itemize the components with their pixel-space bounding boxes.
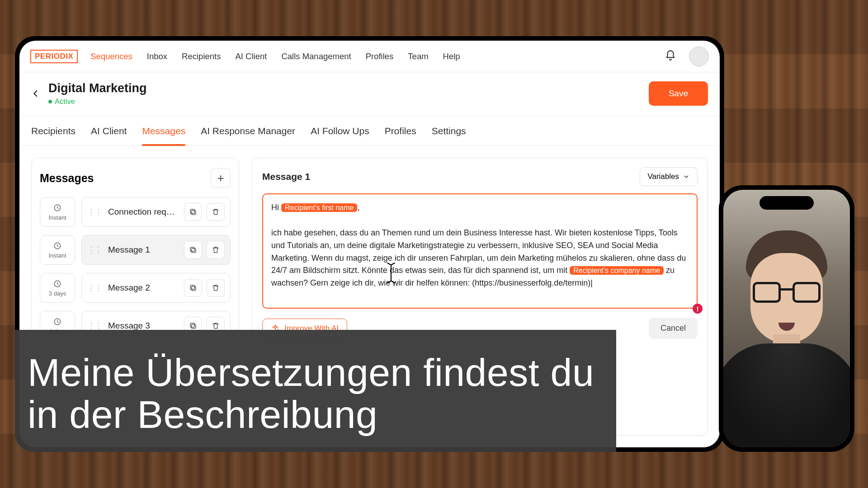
back-button[interactable] — [29, 87, 42, 100]
exclamation-icon: ! — [693, 304, 703, 314]
message-name: Message 3 — [108, 321, 179, 331]
timing-label: Instant — [48, 252, 66, 259]
phone-notch — [760, 196, 814, 210]
timing-chip[interactable]: 3 days — [40, 273, 75, 303]
trash-icon — [211, 245, 220, 254]
tab-ai-follow-ups[interactable]: AI Follow Ups — [311, 116, 369, 145]
desktop-wood-background: PERIODIX Sequences Inbox Recipients AI C… — [0, 0, 868, 488]
variable-chip-first-name[interactable]: Recipient's first name — [281, 203, 357, 212]
message-card[interactable]: ⋮⋮ Message 1 — [81, 235, 231, 265]
video-caption-overlay: Meine Übersetzungen findest du in der Be… — [15, 330, 616, 452]
duplicate-button[interactable] — [184, 203, 202, 221]
list-item: Instant ⋮⋮ Message 1 — [40, 235, 231, 265]
nav-ai-client[interactable]: AI Client — [235, 52, 267, 61]
tab-recipients[interactable]: Recipients — [31, 116, 75, 145]
timing-chip[interactable]: Instant — [40, 235, 75, 265]
brand-logo[interactable]: PERIODIX — [30, 50, 78, 63]
delete-button[interactable] — [207, 203, 225, 221]
message-body-editor[interactable]: Hi Recipient's first name, ich habe gese… — [262, 193, 698, 309]
nav-recipients[interactable]: Recipients — [182, 52, 221, 61]
status-badge: Active — [48, 97, 147, 106]
svg-rect-8 — [190, 285, 194, 289]
save-button[interactable]: Save — [649, 81, 708, 106]
nav-team[interactable]: Team — [408, 52, 428, 61]
tab-profiles[interactable]: Profiles — [385, 116, 416, 145]
tab-settings[interactable]: Settings — [432, 116, 466, 145]
copy-icon — [189, 321, 198, 330]
duplicate-button[interactable] — [184, 279, 202, 297]
drag-handle-icon[interactable]: ⋮⋮ — [85, 283, 104, 293]
nav-sequences[interactable]: Sequences — [90, 52, 132, 61]
drag-handle-icon[interactable]: ⋮⋮ — [85, 207, 104, 217]
sequence-subtabs: Recipients AI Client Messages AI Respons… — [19, 116, 720, 146]
phone-device-frame — [719, 185, 854, 452]
list-item: Instant ⋮⋮ Connection req… — [40, 197, 231, 227]
trash-icon — [211, 207, 220, 216]
messages-list: Instant ⋮⋮ Connection req… — [40, 197, 231, 341]
editor-after-greeting: , — [357, 203, 359, 212]
page-title: Digital Marketing — [48, 81, 147, 95]
message-name: Message 1 — [108, 245, 179, 255]
editor-title: Message 1 — [262, 171, 310, 182]
svg-rect-1 — [192, 211, 196, 215]
svg-rect-4 — [192, 249, 196, 253]
list-item: 3 days ⋮⋮ Message 2 — [40, 273, 231, 303]
message-card[interactable]: ⋮⋮ Connection req… — [81, 197, 231, 227]
drag-handle-icon[interactable]: ⋮⋮ — [85, 245, 104, 255]
presenter-video-placeholder — [723, 190, 850, 447]
timing-label: Instant — [48, 214, 66, 221]
messages-panel-title: Messages — [40, 172, 94, 185]
timing-label: 3 days — [49, 290, 66, 297]
drag-handle-icon[interactable]: ⋮⋮ — [85, 321, 104, 331]
duplicate-button[interactable] — [184, 241, 202, 259]
clock-icon — [53, 203, 62, 212]
copy-icon — [189, 283, 198, 292]
delete-button[interactable] — [207, 279, 225, 297]
clock-icon — [53, 317, 62, 326]
copy-icon — [189, 245, 198, 254]
cancel-button[interactable]: Cancel — [649, 318, 698, 339]
add-message-button[interactable]: + — [211, 168, 231, 188]
message-name: Connection req… — [108, 207, 179, 217]
page-title-block: Digital Marketing Active — [48, 81, 147, 106]
delete-button[interactable] — [207, 241, 225, 259]
svg-rect-5 — [190, 247, 194, 251]
variables-label: Variables — [647, 172, 679, 181]
nav-profiles[interactable]: Profiles — [366, 52, 394, 61]
nav-help[interactable]: Help — [443, 52, 460, 61]
copy-icon — [189, 207, 198, 216]
tab-ai-client[interactable]: AI Client — [91, 116, 127, 145]
svg-rect-11 — [190, 323, 194, 327]
svg-rect-7 — [192, 286, 196, 291]
validation-error-badge[interactable]: ! — [693, 304, 703, 314]
svg-rect-2 — [190, 209, 194, 213]
trash-icon — [211, 283, 220, 292]
user-avatar[interactable] — [689, 47, 709, 66]
editor-greeting: Hi — [271, 203, 281, 212]
trash-icon — [211, 321, 220, 330]
tab-messages[interactable]: Messages — [142, 116, 185, 145]
variables-dropdown[interactable]: Variables — [640, 167, 698, 186]
message-card[interactable]: ⋮⋮ Message 2 — [81, 273, 231, 303]
clock-icon — [53, 241, 62, 250]
variable-chip-company[interactable]: Recipient's company name — [570, 266, 664, 275]
nav-links: Sequences Inbox Recipients AI Client Cal… — [90, 52, 460, 61]
clock-icon — [53, 279, 62, 288]
tab-ai-response-manager[interactable]: AI Response Manager — [201, 116, 295, 145]
caption-text: Meine Übersetzungen findest du in der Be… — [28, 352, 598, 436]
timing-chip[interactable]: Instant — [40, 197, 75, 227]
chevron-down-icon — [683, 173, 690, 180]
message-name: Message 2 — [108, 283, 179, 293]
svg-rect-10 — [192, 324, 196, 328]
page-header: Digital Marketing Active Save — [19, 72, 720, 116]
top-nav: PERIODIX Sequences Inbox Recipients AI C… — [19, 41, 720, 72]
notifications-bell-icon[interactable] — [665, 50, 676, 63]
nav-inbox[interactable]: Inbox — [147, 52, 167, 61]
nav-calls-management[interactable]: Calls Management — [281, 52, 351, 61]
phone-screen — [723, 190, 850, 447]
